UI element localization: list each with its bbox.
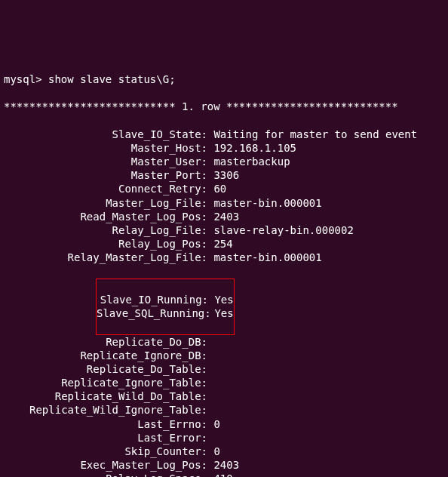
field-row: Skip_Counter: 0	[4, 445, 444, 458]
field-key: Master_Port:	[4, 168, 207, 182]
field-value: 0	[207, 417, 220, 431]
field-key: Replicate_Do_Table:	[4, 362, 207, 376]
status-fields-2: Replicate_Do_DB: Replicate_Ignore_DB: Re…	[4, 335, 444, 478]
field-key: Skip_Counter:	[4, 445, 207, 458]
field-value	[207, 335, 213, 349]
field-value: Waiting for master to send event	[207, 128, 417, 141]
field-key: Last_Errno:	[4, 417, 207, 431]
field-row: Relay_Log_Pos: 254	[4, 237, 444, 251]
field-key: Slave_SQL_Running:	[97, 306, 208, 320]
field-value: 2403	[207, 458, 239, 472]
field-row: Slave_IO_State: Waiting for master to se…	[4, 128, 444, 141]
field-key: Master_User:	[4, 155, 207, 168]
field-value: master-bin.000001	[207, 196, 322, 210]
field-row: Replicate_Wild_Ignore_Table:	[4, 403, 444, 417]
field-value	[207, 349, 213, 362]
field-row: Read_Master_Log_Pos: 2403	[4, 210, 444, 223]
field-value	[207, 389, 213, 403]
field-key: Master_Log_File:	[4, 196, 207, 210]
field-value: 3306	[207, 168, 239, 182]
field-value: 0	[207, 445, 220, 458]
field-value: 60	[207, 182, 226, 195]
field-key: Relay_Log_File:	[4, 223, 207, 237]
field-row: Master_Log_File: master-bin.000001	[4, 196, 444, 210]
row-separator: *************************** 1. row *****…	[4, 100, 444, 113]
field-key: Master_Host:	[4, 141, 207, 155]
field-row: Relay_Log_Space: 410	[4, 472, 444, 477]
field-value: 2403	[207, 210, 239, 223]
field-row: Replicate_Ignore_DB:	[4, 349, 444, 362]
field-row: Master_User: masterbackup	[4, 155, 444, 168]
mysql-prompt: mysql> show slave status\G;	[4, 72, 444, 86]
field-key: Relay_Log_Space:	[4, 472, 207, 477]
field-key: Slave_IO_State:	[4, 128, 207, 141]
field-row: Exec_Master_Log_Pos: 2403	[4, 458, 444, 472]
field-key: Relay_Log_Pos:	[4, 237, 207, 251]
terminal-output: mysql> show slave status\G; ************…	[4, 59, 444, 477]
field-key: Relay_Master_Log_File:	[4, 251, 207, 264]
field-row: Master_Port: 3306	[4, 168, 444, 182]
field-value: 192.168.1.105	[207, 141, 296, 155]
field-value: 410	[207, 472, 233, 477]
field-value: Yes	[208, 293, 234, 306]
field-key: Exec_Master_Log_Pos:	[4, 458, 207, 472]
field-key: Replicate_Do_DB:	[4, 335, 207, 349]
field-row: Replicate_Do_DB:	[4, 335, 444, 349]
field-value	[207, 403, 213, 417]
highlighted-fields: Slave_IO_Running: YesSlave_SQL_Running: …	[96, 279, 235, 335]
field-key: Read_Master_Log_Pos:	[4, 210, 207, 223]
field-row: Slave_IO_Running: Yes	[97, 293, 234, 306]
field-key: Last_Error:	[4, 431, 207, 445]
status-fields: Slave_IO_State: Waiting for master to se…	[4, 128, 444, 265]
field-row: Last_Errno: 0	[4, 417, 444, 431]
field-value	[207, 362, 213, 376]
field-value: 254	[207, 237, 233, 251]
field-row: Last_Error:	[4, 431, 444, 445]
field-row: Slave_SQL_Running: Yes	[97, 306, 234, 320]
field-value	[207, 431, 213, 445]
field-value: masterbackup	[207, 155, 290, 168]
field-row: Master_Host: 192.168.1.105	[4, 141, 444, 155]
field-value: slave-relay-bin.000002	[207, 223, 354, 237]
field-value: Yes	[208, 306, 234, 320]
field-row: Relay_Master_Log_File: master-bin.000001	[4, 251, 444, 264]
field-row: Replicate_Wild_Do_Table:	[4, 389, 444, 403]
field-value	[207, 376, 213, 389]
field-key: Slave_IO_Running:	[97, 293, 208, 306]
field-value: master-bin.000001	[207, 251, 322, 264]
field-row: Replicate_Ignore_Table:	[4, 376, 444, 389]
field-key: Connect_Retry:	[4, 182, 207, 195]
field-row: Connect_Retry: 60	[4, 182, 444, 195]
field-key: Replicate_Wild_Do_Table:	[4, 389, 207, 403]
field-row: Relay_Log_File: slave-relay-bin.000002	[4, 223, 444, 237]
field-key: Replicate_Ignore_Table:	[4, 376, 207, 389]
field-key: Replicate_Ignore_DB:	[4, 349, 207, 362]
field-key: Replicate_Wild_Ignore_Table:	[4, 403, 207, 417]
field-row: Replicate_Do_Table:	[4, 362, 444, 376]
